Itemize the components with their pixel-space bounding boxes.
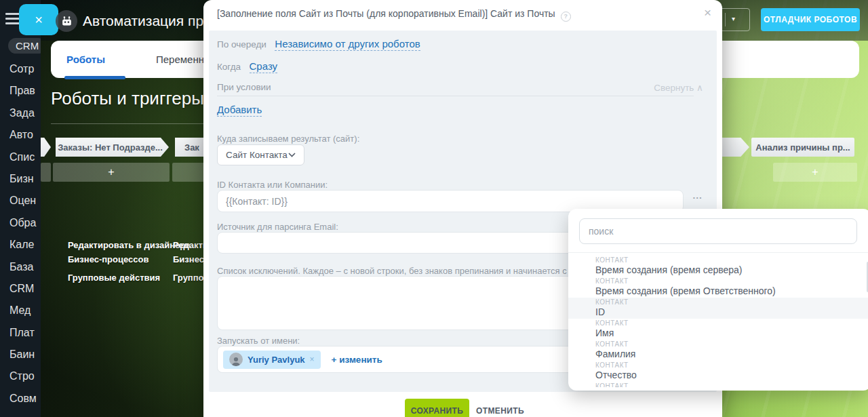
screen: CRM Сотр Прав Зада Авто Спис Бизн Оцен О… <box>0 0 868 417</box>
active-tab-underline <box>64 76 125 79</box>
add-condition-row: Добавить <box>217 104 262 116</box>
id-field-label: ID Контакта или Компании: <box>217 180 328 190</box>
option-label: Фамилия <box>595 349 868 360</box>
collapse-toggle[interactable]: Свернуть ∧ <box>654 82 703 93</box>
option-group-label: КОНТАКТ <box>595 277 868 285</box>
option-label: ID <box>595 306 868 318</box>
add-robot-row[interactable]: + <box>53 163 170 182</box>
option-group-label: КОНТАКТ <box>595 319 868 327</box>
chevron-down-icon: ▾ <box>732 15 735 22</box>
change-user-link[interactable]: + изменить <box>332 355 382 365</box>
plus-icon: + <box>812 166 818 178</box>
plus-icon: + <box>108 166 114 178</box>
tab-robots[interactable]: Роботы <box>66 41 105 78</box>
sidebar-item[interactable]: Спис <box>0 146 41 168</box>
user-chip-name: Yuriy Pavlyuk <box>248 355 305 365</box>
sidebar-item[interactable]: Совм <box>0 388 41 410</box>
queue-row: По очереди Независимо от других роботов <box>217 38 420 50</box>
stage-chip-analysis[interactable]: Анализ причины пр... <box>751 138 854 157</box>
sidebar-item[interactable]: Плат <box>0 322 41 344</box>
chevron-down-icon <box>288 153 296 157</box>
search-input[interactable] <box>579 218 857 244</box>
help-icon[interactable]: ? <box>561 12 571 22</box>
sidebar-item[interactable]: Обра <box>0 212 41 234</box>
sidebar-crm-badge[interactable]: CRM <box>8 38 41 54</box>
sidebar-item[interactable]: CRM <box>0 278 41 300</box>
sidebar-item[interactable]: Авто <box>0 124 41 146</box>
sidebar-items: Сотр Прав Зада Авто Спис Бизн Оцен Обра … <box>0 58 41 410</box>
add-robot-row[interactable]: + <box>773 163 857 182</box>
remove-user-icon[interactable]: × <box>310 355 315 364</box>
background-links: Редактировать в дизайнере Бизнес-процесс… <box>68 240 190 287</box>
save-button[interactable]: СОХРАНИТЬ <box>405 399 469 417</box>
designer-link-line1[interactable]: Редактировать в дизайнере <box>68 240 190 250</box>
robot-debugger-button[interactable]: ОТЛАДЧИК РОБОТОВ <box>761 8 860 31</box>
page-app-title: Автоматизация пр <box>83 13 203 29</box>
option-label: Время создания (время Ответственного) <box>595 285 868 297</box>
background-links-clipped: Редактировать в дизайнере Бизнес-процесс… <box>173 240 204 287</box>
value-picker-popup: КОНТАКТ Время создания (время сервера) К… <box>568 209 868 391</box>
stage-chip-orders[interactable]: Заказы: Нет Подразде... <box>56 138 169 157</box>
avatar <box>229 353 243 366</box>
option-group-label: КОНТАКТ <box>595 382 868 387</box>
sidebar-item[interactable]: Баин <box>0 344 41 365</box>
run-as-label: Запускать от имени: <box>217 336 300 346</box>
list-item[interactable]: КОНТАКТ Фамилия <box>568 340 868 361</box>
add-robot-row-fragment[interactable] <box>41 163 51 182</box>
designer-link-line2[interactable]: Бизнес-процессов <box>173 254 204 264</box>
queue-label: По очереди <box>217 39 267 49</box>
designer-link-line1[interactable]: Редактировать в дизайнере <box>173 240 204 250</box>
condition-label: При условии <box>217 82 271 92</box>
sidebar-item[interactable]: Бизн <box>0 168 41 190</box>
close-slider-tab[interactable]: × <box>19 4 58 35</box>
sidebar-item[interactable]: Оцен <box>0 190 41 212</box>
option-group-label: КОНТАКТ <box>595 361 868 370</box>
list-item[interactable]: КОНТАКТ Имя <box>568 319 868 340</box>
page-title: Роботы и триггеры <box>51 88 204 109</box>
sidebar-item[interactable]: База <box>0 256 41 278</box>
target-field-label: Куда записываем результат (сайт): <box>217 134 359 144</box>
divider <box>51 123 203 124</box>
sidebar-item[interactable]: Мед <box>0 300 41 321</box>
user-chip[interactable]: Yuriy Pavlyuk × <box>223 351 321 369</box>
group-actions-link[interactable]: Групповые действия <box>68 273 190 283</box>
value-option-list: КОНТАКТ Время создания (время сервера) К… <box>568 252 868 387</box>
insert-value-dots-button[interactable]: ••• <box>693 195 703 201</box>
list-item-partial[interactable]: КОНТАКТ <box>568 382 868 387</box>
when-label: Когда <box>217 62 241 72</box>
divider <box>217 96 694 96</box>
exclusions-label: Список исключений. Каждое – с новой стро… <box>217 266 583 276</box>
list-item[interactable]: КОНТАКТ Отчество <box>568 361 868 382</box>
left-menu-column: CRM Сотр Прав Зада Авто Спис Бизн Оцен О… <box>0 0 41 417</box>
modal-title: [Заполнение поля Сайт из Почты (для корп… <box>217 8 571 22</box>
queue-value-link[interactable]: Независимо от других роботов <box>275 38 420 51</box>
robot-icon <box>56 10 77 32</box>
add-condition-link[interactable]: Добавить <box>217 104 262 117</box>
target-select-value: Сайт Контакта <box>226 150 288 160</box>
when-value-link[interactable]: Сразу <box>250 60 278 73</box>
divider <box>725 13 726 26</box>
option-group-label: КОНТАКТ <box>595 340 868 349</box>
sidebar-item[interactable]: Прав <box>0 80 41 102</box>
close-icon[interactable]: × <box>704 5 711 20</box>
list-item-highlighted[interactable]: КОНТАКТ ID <box>568 298 868 319</box>
option-label: Время создания (время сервера) <box>595 264 868 276</box>
cancel-button[interactable]: ОТМЕНИТЬ <box>476 399 524 417</box>
designer-link-line2[interactable]: Бизнес-процессов <box>68 254 190 264</box>
source-field-label: Источник для парсинга Email: <box>217 222 338 232</box>
option-group-label: КОНТАКТ <box>595 256 868 264</box>
group-actions-link[interactable]: Групповые действия <box>173 273 204 283</box>
target-select[interactable]: Сайт Контакта <box>217 144 304 165</box>
sidebar-item[interactable]: Сотр <box>0 58 41 80</box>
list-item[interactable]: КОНТАКТ Время создания (время Ответствен… <box>568 277 868 298</box>
sidebar-item[interactable]: Стро <box>0 365 41 387</box>
close-icon: × <box>35 12 43 28</box>
sidebar-item[interactable]: Зада <box>0 102 41 124</box>
list-item[interactable]: КОНТАКТ Время создания (время сервера) <box>568 256 868 277</box>
option-label: Отчество <box>595 370 868 381</box>
option-group-label: КОНТАКТ <box>595 298 868 306</box>
sidebar-item[interactable]: Кале <box>0 234 41 256</box>
option-label: Имя <box>595 327 868 339</box>
when-row: Когда Сразу <box>217 60 277 73</box>
